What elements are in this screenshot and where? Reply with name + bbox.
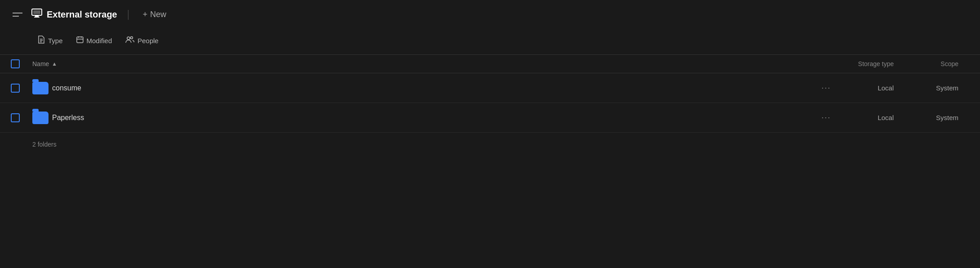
people-filter-label: People — [137, 37, 159, 45]
row-scope: System — [915, 114, 969, 121]
select-all-checkbox[interactable] — [11, 59, 20, 68]
footer-summary: 2 folders — [0, 133, 980, 156]
people-filter-button[interactable]: People — [120, 33, 164, 48]
table-row[interactable]: Paperless ··· Local System — [0, 103, 980, 133]
row-name: Paperless — [52, 114, 808, 122]
svg-point-12 — [131, 37, 133, 39]
header-checkbox-col — [11, 59, 32, 68]
type-icon — [38, 36, 45, 45]
sort-asc-icon: ▲ — [52, 61, 57, 67]
storage-type-column-header[interactable]: Storage type — [834, 60, 915, 67]
svg-point-11 — [127, 37, 130, 40]
name-header-label: Name — [32, 60, 49, 67]
row-folder-icon — [32, 112, 52, 124]
divider — [128, 10, 128, 20]
type-filter-label: Type — [48, 37, 63, 45]
table-body: consume ··· Local System Paperless ··· L… — [0, 73, 980, 133]
page-title: External storage — [47, 9, 117, 20]
row-checkbox[interactable] — [11, 113, 20, 122]
svg-rect-7 — [77, 37, 83, 43]
row-storage-type: Local — [834, 114, 915, 121]
row-actions: ··· — [808, 111, 834, 124]
name-column-header[interactable]: Name ▲ — [32, 60, 834, 67]
row-storage-type: Local — [834, 84, 915, 92]
modified-filter-label: Modified — [87, 37, 112, 45]
filter-bar: Type Modified People — [0, 29, 980, 54]
new-button[interactable]: + New — [139, 8, 170, 21]
menu-toggle-button[interactable] — [11, 11, 24, 18]
row-name: consume — [52, 84, 808, 92]
modified-filter-button[interactable]: Modified — [71, 33, 118, 48]
more-options-button[interactable]: ··· — [818, 81, 834, 94]
scope-column-header[interactable]: Scope — [915, 60, 969, 67]
row-checkbox-col — [11, 113, 32, 122]
row-folder-icon — [32, 82, 52, 94]
table-row[interactable]: consume ··· Local System — [0, 73, 980, 103]
svg-rect-2 — [35, 16, 39, 17]
row-actions: ··· — [808, 81, 834, 94]
folder-count-label: 2 folders — [32, 141, 57, 148]
modified-icon — [76, 36, 84, 45]
people-icon — [125, 36, 134, 45]
more-options-button[interactable]: ··· — [818, 111, 834, 124]
svg-rect-1 — [33, 10, 40, 14]
type-filter-button[interactable]: Type — [32, 33, 68, 48]
svg-rect-3 — [34, 17, 40, 18]
plus-icon: + — [143, 10, 148, 19]
title-group: External storage — [31, 9, 117, 21]
top-bar: External storage + New — [0, 0, 980, 29]
row-scope: System — [915, 84, 969, 92]
table-header: Name ▲ Storage type Scope — [0, 54, 980, 73]
external-storage-icon — [31, 9, 42, 21]
row-checkbox[interactable] — [11, 84, 20, 93]
row-checkbox-col — [11, 84, 32, 93]
new-button-label: New — [150, 10, 166, 19]
